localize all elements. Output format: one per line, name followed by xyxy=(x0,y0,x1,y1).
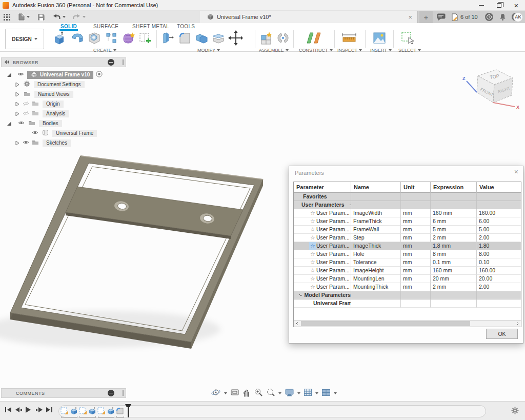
press-pull-icon[interactable] xyxy=(160,31,175,45)
timeline-sketch-feature-icon[interactable] xyxy=(60,407,69,415)
orbit-caret-icon[interactable] xyxy=(224,392,227,394)
look-at-icon[interactable] xyxy=(230,388,239,398)
fillet-icon[interactable] xyxy=(177,31,192,45)
tab-solid[interactable]: SOLID xyxy=(59,24,78,31)
timeline-extrude-feature-icon[interactable] xyxy=(88,407,96,415)
favorite-star-icon[interactable]: ☆ xyxy=(309,217,316,225)
visibility-eye-icon[interactable] xyxy=(18,121,25,126)
dialog-close-icon[interactable]: × xyxy=(514,168,518,176)
group-row-model-parameters[interactable]: Model Parameters xyxy=(294,291,521,299)
scroll-right-icon[interactable] xyxy=(514,321,521,327)
tree-item-bodies[interactable]: Bodies xyxy=(7,118,62,128)
scrollbar-thumb[interactable] xyxy=(301,321,470,326)
param-row-selected[interactable]: ☆User Param... ImageThickmm1.8 mm1.80 xyxy=(294,242,521,250)
favorite-star-icon[interactable]: ☆ xyxy=(309,242,316,250)
model-child-row[interactable]: Universal Frame... xyxy=(294,299,521,308)
view-cube[interactable]: TOP FRONT RIGHT Z X xyxy=(460,62,522,115)
browser-panel-header[interactable]: BROWSER xyxy=(1,57,126,67)
param-row[interactable]: ☆User Param... MountingLenmm20 mm20.00 xyxy=(294,275,521,283)
favorite-star-icon[interactable]: ☆ xyxy=(309,267,316,274)
expand-open-icon[interactable] xyxy=(7,122,11,126)
browser-panel-grip[interactable] xyxy=(123,59,124,65)
sketch-dimension-icon[interactable] xyxy=(104,31,118,45)
timeline-settings-gear-icon[interactable] xyxy=(511,407,519,416)
param-row[interactable]: ☆User Param... ImageHeightmm160 mm160.00 xyxy=(294,267,521,275)
comments-toggle-icon[interactable] xyxy=(108,390,114,396)
extrude-icon[interactable] xyxy=(53,31,68,45)
param-row[interactable]: ☆User Param... Stepmm2 mm2.00 xyxy=(294,234,521,242)
undo-caret-icon[interactable] xyxy=(63,16,66,18)
shell-icon[interactable] xyxy=(211,31,226,45)
tab-surface[interactable]: SURFACE xyxy=(92,24,119,29)
tab-tools[interactable]: TOOLS xyxy=(176,24,196,29)
new-component-icon[interactable] xyxy=(259,31,273,45)
visibility-eye-icon[interactable] xyxy=(32,130,38,136)
zoom-icon[interactable] xyxy=(254,388,263,399)
favorite-star-icon[interactable]: ☆ xyxy=(309,283,316,291)
move-icon[interactable] xyxy=(228,31,243,45)
fit-caret-icon[interactable] xyxy=(278,392,281,394)
param-row[interactable]: ☆User Param... Holemm8 mm8.00 xyxy=(294,250,521,258)
file-menu-icon[interactable] xyxy=(18,12,25,22)
avatar[interactable]: AK xyxy=(513,11,523,23)
viewport-canvas[interactable]: BROWSER Universal Frame v10 Document Set… xyxy=(0,52,525,401)
tree-item-sketches[interactable]: Sketches xyxy=(15,138,71,148)
measure-icon[interactable] xyxy=(341,31,357,45)
redo-caret-icon[interactable] xyxy=(83,16,86,18)
close-button[interactable]: × xyxy=(508,0,525,11)
col-value[interactable]: Value xyxy=(477,182,521,193)
col-expression[interactable]: Expression xyxy=(431,182,477,193)
revolve-icon[interactable] xyxy=(70,31,85,45)
timeline-extrude-feature-icon[interactable] xyxy=(107,407,115,415)
display-settings-icon[interactable] xyxy=(285,388,294,398)
visibility-off-icon[interactable] xyxy=(23,111,29,117)
timeline-position-marker[interactable] xyxy=(125,404,131,417)
grid-caret-icon[interactable] xyxy=(315,392,318,394)
tree-root-chip[interactable]: Universal Frame v10 xyxy=(27,71,93,79)
orbit-icon[interactable] xyxy=(211,388,221,399)
notifications-bell-icon[interactable] xyxy=(499,11,506,23)
visibility-off-icon[interactable] xyxy=(23,101,29,107)
favorite-star-icon[interactable]: ☆ xyxy=(309,250,316,258)
timeline-fillet-feature-icon[interactable] xyxy=(116,407,124,415)
tree-item-label[interactable]: Universal Frame xyxy=(52,130,97,137)
minimize-button[interactable] xyxy=(473,0,490,11)
param-row[interactable]: ☆User Param... FrameThickmm6 mm6.00 xyxy=(294,217,521,226)
param-row[interactable]: ☆User Param... ImageWidthmm160 mm160.00 xyxy=(294,209,521,217)
new-tab-button[interactable]: + xyxy=(419,11,433,23)
file-menu-caret-icon[interactable] xyxy=(27,16,30,18)
favorite-star-icon[interactable]: ☆ xyxy=(309,258,316,266)
save-icon[interactable] xyxy=(38,12,45,22)
tree-item-label[interactable]: Sketches xyxy=(43,139,71,147)
insert-image-icon[interactable] xyxy=(372,31,387,45)
timeline-step-back-button[interactable] xyxy=(15,407,22,412)
favorite-star-icon[interactable]: ☆ xyxy=(309,209,316,217)
group-row-user-parameters[interactable]: User Parameters+ xyxy=(294,201,521,209)
col-unit[interactable]: Unit xyxy=(401,182,431,193)
param-row[interactable]: ☆User Param... FrameWallmm5 mm5.00 xyxy=(294,226,521,234)
timeline-extrude-feature-icon[interactable] xyxy=(70,407,78,415)
tree-item-label[interactable]: Origin xyxy=(43,101,64,108)
tree-item-label[interactable]: Analysis xyxy=(43,110,69,117)
tree-item-named-views[interactable]: Named Views xyxy=(15,89,73,99)
select-icon[interactable] xyxy=(400,31,415,45)
timeline-sketch-feature-icon[interactable] xyxy=(79,407,87,415)
tree-item-label[interactable]: Bodies xyxy=(39,120,62,127)
tree-item-root[interactable]: Universal Frame v10 xyxy=(7,70,103,79)
tree-item-origin[interactable]: Origin xyxy=(15,99,64,109)
undo-icon[interactable] xyxy=(53,12,60,22)
timeline-go-to-end-button[interactable] xyxy=(46,407,52,412)
param-row[interactable]: ☆User Param... MountingThickmm2 mm2.00 xyxy=(294,283,521,291)
group-row-favorites[interactable]: Favorites xyxy=(294,193,521,201)
joint-icon[interactable] xyxy=(276,31,290,45)
combine-icon[interactable] xyxy=(194,31,209,45)
timeline-sketch-feature-icon[interactable] xyxy=(97,407,106,415)
col-parameter[interactable]: Parameter xyxy=(294,182,351,193)
tree-item-label[interactable]: Document Settings xyxy=(34,81,85,88)
activate-component-radio[interactable] xyxy=(96,71,103,78)
tree-item-analysis[interactable]: Analysis xyxy=(15,109,69,118)
comments-panel-header[interactable]: COMMENTS xyxy=(1,388,126,398)
expand-open-icon[interactable] xyxy=(7,73,11,77)
hole-icon[interactable] xyxy=(87,31,102,45)
create-sketch-icon[interactable] xyxy=(138,31,152,45)
